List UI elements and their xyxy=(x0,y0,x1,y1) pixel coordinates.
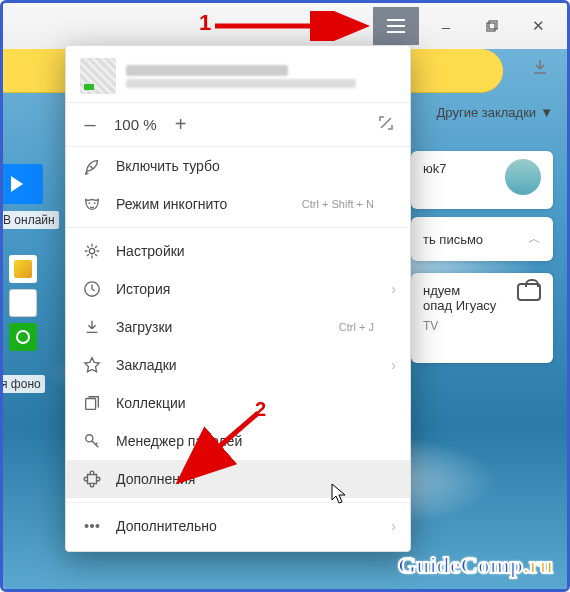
minimize-button[interactable]: – xyxy=(423,11,469,41)
menu-incognito[interactable]: Режим инкогнито Ctrl + Shift + N xyxy=(66,185,410,223)
star-icon xyxy=(82,355,102,375)
recommend-line3: TV xyxy=(423,319,541,333)
submenu-arrow-icon: › xyxy=(391,518,396,534)
annotation-arrow-1 xyxy=(215,11,375,41)
collections-icon xyxy=(82,393,102,413)
menu-more-label: Дополнительно xyxy=(116,518,217,534)
chevron-up-icon: ︿ xyxy=(528,230,541,248)
downloads-shortcut: Ctrl + J xyxy=(339,321,374,333)
menu-downloads[interactable]: Загрузки Ctrl + J xyxy=(66,308,410,346)
menu-more[interactable]: Дополнительно › xyxy=(66,507,410,545)
svg-point-8 xyxy=(86,435,93,442)
other-bookmarks[interactable]: Другие закладки ▼ xyxy=(437,105,553,120)
puzzle-icon xyxy=(82,469,102,489)
svg-point-10 xyxy=(91,525,94,528)
svg-rect-3 xyxy=(487,23,495,31)
menu-turbo-label: Включить турбо xyxy=(116,158,220,174)
menu-history-label: История xyxy=(116,281,170,297)
watermark: GuideComp.ru xyxy=(398,552,553,579)
downloads-icon[interactable] xyxy=(531,58,549,80)
svg-point-11 xyxy=(96,525,99,528)
tile-2[interactable] xyxy=(9,289,37,317)
menu-separator xyxy=(66,502,410,503)
annotation-arrow-2 xyxy=(173,408,273,488)
other-bookmarks-label: Другие закладки xyxy=(437,105,537,120)
submenu-arrow-icon: › xyxy=(391,281,396,297)
key-icon xyxy=(82,431,102,451)
online-label: В онлайн xyxy=(0,211,59,229)
fullscreen-icon[interactable] xyxy=(378,115,394,135)
menu-turbo[interactable]: Включить турбо xyxy=(66,147,410,185)
chevron-down-icon: ▼ xyxy=(540,105,553,120)
menu-settings-label: Настройки xyxy=(116,243,185,259)
recommend-card[interactable]: ндуем опад Игуасу TV xyxy=(411,273,553,363)
history-icon xyxy=(82,279,102,299)
cursor-icon xyxy=(331,483,349,505)
zoom-in-button[interactable]: + xyxy=(173,113,189,136)
zoom-row: – 100 % + xyxy=(66,103,410,147)
tile-1[interactable] xyxy=(9,255,37,283)
zoom-out-button[interactable]: – xyxy=(82,113,98,136)
menu-bookmarks-label: Закладки xyxy=(116,357,177,373)
fono-label: я фоно xyxy=(0,375,45,393)
svg-rect-4 xyxy=(489,21,497,29)
watermark-suffix: .ru xyxy=(523,552,553,578)
maximize-button[interactable] xyxy=(469,11,515,41)
site-thumb xyxy=(80,58,116,94)
menu-settings[interactable]: Настройки xyxy=(66,232,410,270)
dots-icon xyxy=(82,516,102,536)
menu-separator xyxy=(66,227,410,228)
menu-history[interactable]: История › xyxy=(66,270,410,308)
svg-point-5 xyxy=(89,248,94,253)
menu-header xyxy=(66,46,410,103)
download-icon xyxy=(82,317,102,337)
profile-name: юk7 xyxy=(423,161,446,176)
svg-rect-7 xyxy=(86,399,96,410)
annotation-1: 1 xyxy=(199,10,211,36)
zoom-value: 100 % xyxy=(114,116,157,133)
svg-point-9 xyxy=(85,525,88,528)
tv-icon xyxy=(517,283,541,301)
site-info-blurred xyxy=(126,62,396,91)
avatar xyxy=(505,159,541,195)
play-tile[interactable] xyxy=(0,164,43,204)
menu-downloads-label: Загрузки xyxy=(116,319,172,335)
svg-line-15 xyxy=(183,413,258,478)
menu-button[interactable] xyxy=(373,7,419,45)
menu-bookmarks[interactable]: Закладки › xyxy=(66,346,410,384)
tile-3[interactable] xyxy=(9,323,37,351)
mask-icon xyxy=(82,194,102,214)
gear-icon xyxy=(82,241,102,261)
close-button[interactable]: ✕ xyxy=(515,11,561,41)
incognito-shortcut: Ctrl + Shift + N xyxy=(302,198,374,210)
rocket-icon xyxy=(82,156,102,176)
compose-card[interactable]: ть письмо ︿ xyxy=(411,217,553,261)
submenu-arrow-icon: › xyxy=(391,357,396,373)
watermark-main: GuideComp xyxy=(398,552,523,578)
menu-incognito-label: Режим инкогнито xyxy=(116,196,227,212)
compose-label: ть письмо xyxy=(423,232,483,247)
profile-card[interactable]: юk7 xyxy=(411,151,553,209)
